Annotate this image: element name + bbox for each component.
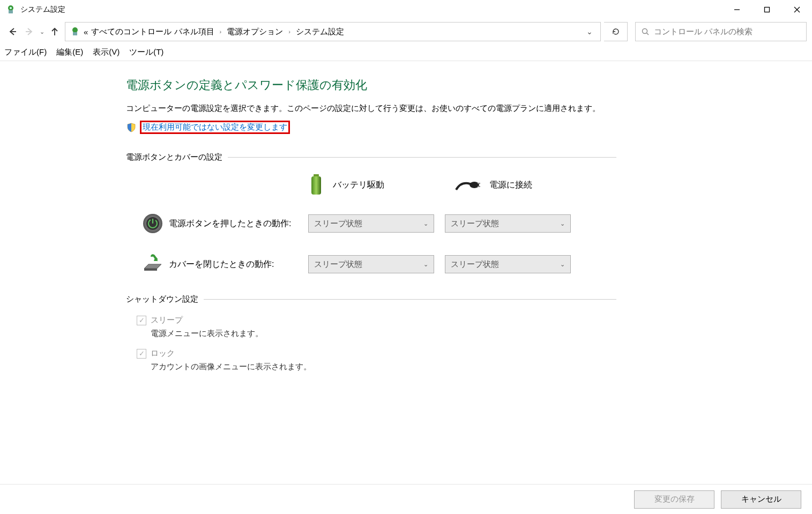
plug-icon	[454, 177, 481, 193]
window-controls	[722, 0, 812, 19]
back-button[interactable]	[5, 25, 19, 39]
svg-rect-17	[478, 183, 480, 184]
svg-point-12	[643, 29, 647, 34]
lid-close-label: カバーを閉じたときの動作:	[169, 259, 308, 270]
select-value: スリープ状態	[451, 259, 499, 270]
cancel-button[interactable]: キャンセル	[721, 490, 801, 509]
titlebar: システム設定	[0, 0, 812, 19]
sleep-title: スリープ	[151, 315, 183, 325]
chevron-right-icon[interactable]: ›	[220, 28, 222, 35]
select-value: スリープ状態	[314, 219, 362, 229]
svg-rect-14	[314, 174, 319, 176]
search-input[interactable]: コントロール パネルの検索	[635, 22, 807, 41]
highlight-box: 現在利用可能ではない設定を変更します	[140, 121, 290, 134]
select-value: スリープ状態	[451, 219, 499, 229]
recent-dropdown[interactable]: ⌄	[40, 28, 44, 35]
address-icon	[70, 26, 80, 37]
close-button[interactable]	[782, 0, 812, 19]
minimize-button[interactable]	[722, 0, 752, 19]
svg-line-13	[647, 33, 649, 35]
section-buttons-cover: 電源ボタンとカバーの設定	[126, 152, 616, 162]
section-label: 電源ボタンとカバーの設定	[126, 152, 222, 162]
shutdown-item-sleep: ✓ スリープ 電源メニューに表示されます。	[137, 315, 616, 339]
menu-bar: ファイル(F) 編集(E) 表示(V) ツール(T)	[0, 44, 812, 61]
battery-column-label: バッテリ駆動	[333, 180, 384, 191]
select-value: スリープ状態	[314, 259, 362, 270]
power-button-row: 電源ボタンを押したときの動作: スリープ状態⌄ スリープ状態⌄	[137, 213, 616, 234]
chevron-right-icon[interactable]: ›	[288, 28, 290, 35]
svg-point-2	[10, 7, 12, 9]
menu-tool[interactable]: ツール(T)	[129, 47, 163, 57]
divider	[228, 157, 616, 158]
lock-desc: アカウントの画像メニューに表示されます。	[151, 362, 616, 372]
svg-rect-1	[9, 10, 13, 13]
app-icon	[5, 4, 16, 15]
breadcrumb-item[interactable]: 電源オプション	[227, 27, 283, 37]
svg-point-10	[72, 27, 78, 33]
save-button[interactable]: 変更の保存	[634, 490, 714, 509]
chevron-down-icon: ⌄	[423, 220, 428, 227]
section-shutdown: シャットダウン設定	[126, 294, 616, 304]
nav-bar: ⌄ « すべてのコントロール パネル項目 › 電源オプション › システム設定 …	[0, 19, 812, 44]
search-icon	[641, 27, 650, 36]
power-button-label: 電源ボタンを押したときの動作:	[169, 218, 308, 229]
up-button[interactable]	[48, 25, 62, 39]
refresh-button[interactable]	[604, 22, 628, 41]
battery-icon	[308, 173, 324, 197]
sleep-desc: 電源メニューに表示されます。	[151, 329, 616, 339]
svg-rect-4	[765, 8, 770, 12]
sleep-checkbox[interactable]: ✓	[137, 316, 146, 325]
page-title: 電源ボタンの定義とパスワード保護の有効化	[126, 77, 616, 93]
chevron-down-icon: ⌄	[560, 261, 565, 268]
lid-close-plugged-select[interactable]: スリープ状態⌄	[445, 255, 571, 273]
lid-close-icon	[137, 254, 169, 275]
lock-title: ロック	[151, 348, 175, 359]
plugged-column-label: 電源に接続	[489, 180, 532, 191]
shutdown-item-lock: ✓ ロック アカウントの画像メニューに表示されます。	[137, 348, 616, 372]
divider	[204, 299, 616, 300]
search-placeholder: コントロール パネルの検索	[654, 27, 753, 37]
power-button-battery-select[interactable]: スリープ状態⌄	[308, 214, 434, 233]
content-area: 電源ボタンの定義とパスワード保護の有効化 コンピューターの電源設定を選択できます…	[0, 61, 616, 372]
address-bar[interactable]: « すべてのコントロール パネル項目 › 電源オプション › システム設定 ⌄	[65, 22, 601, 41]
breadcrumb-prefix: «	[84, 27, 88, 36]
chevron-down-icon: ⌄	[560, 220, 565, 227]
menu-edit[interactable]: 編集(E)	[56, 47, 83, 57]
battery-column: バッテリ駆動	[308, 173, 384, 197]
address-dropdown[interactable]: ⌄	[583, 27, 596, 36]
page-description: コンピューターの電源設定を選択できます。このページの設定に対して行う変更は、お使…	[126, 101, 608, 115]
lid-close-row: カバーを閉じたときの動作: スリープ状態⌄ スリープ状態⌄	[137, 254, 616, 275]
shield-icon	[126, 122, 137, 133]
svg-rect-18	[478, 186, 480, 187]
window-title: システム設定	[20, 5, 722, 14]
breadcrumb-item[interactable]: すべてのコントロール パネル項目	[91, 27, 214, 37]
forward-button[interactable]	[23, 25, 36, 39]
svg-rect-11	[73, 32, 77, 35]
svg-point-16	[470, 182, 479, 188]
power-button-plugged-select[interactable]: スリープ状態⌄	[445, 214, 571, 233]
power-columns-header: バッテリ駆動 電源に接続	[308, 173, 616, 197]
svg-rect-15	[311, 176, 321, 195]
footer: 変更の保存 キャンセル	[0, 484, 812, 514]
lid-close-battery-select[interactable]: スリープ状態⌄	[308, 255, 434, 273]
section-label: シャットダウン設定	[126, 294, 198, 304]
menu-view[interactable]: 表示(V)	[93, 47, 120, 57]
plugged-column: 電源に接続	[454, 177, 532, 193]
chevron-down-icon: ⌄	[423, 261, 428, 268]
menu-file[interactable]: ファイル(F)	[4, 47, 47, 57]
breadcrumb-item[interactable]: システム設定	[296, 27, 344, 37]
maximize-button[interactable]	[752, 0, 782, 19]
power-button-icon	[137, 213, 169, 234]
change-unavailable-settings-link[interactable]: 現在利用可能ではない設定を変更します	[143, 122, 287, 131]
lock-checkbox[interactable]: ✓	[137, 349, 146, 359]
admin-link-row: 現在利用可能ではない設定を変更します	[126, 121, 616, 134]
